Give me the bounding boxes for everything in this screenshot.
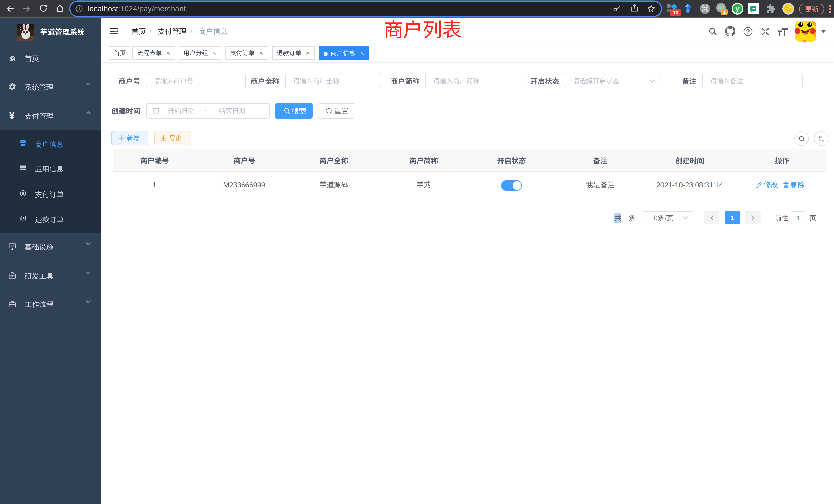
- svg-text:y: y: [736, 5, 739, 13]
